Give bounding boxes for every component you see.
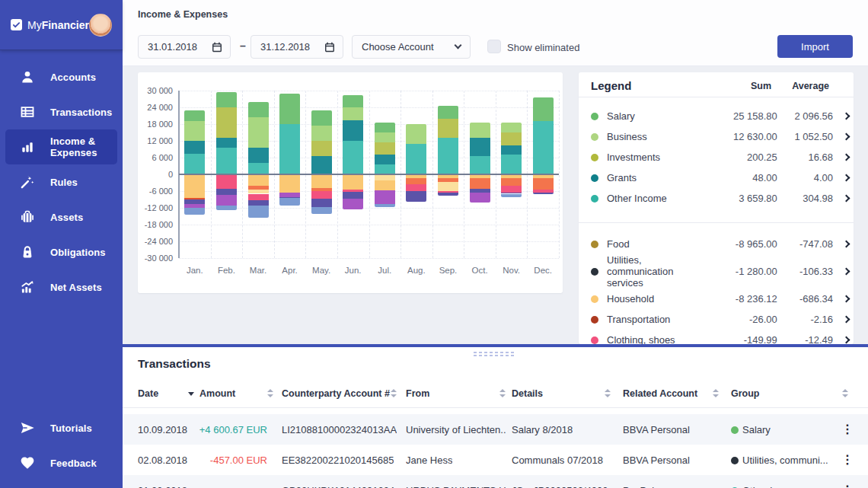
- bar-segment-darkteal[interactable]: [343, 120, 363, 142]
- chevron-right-icon[interactable]: [843, 268, 850, 276]
- bar-segment-darkteal[interactable]: [311, 156, 332, 174]
- panel-splitter[interactable]: [123, 344, 868, 347]
- show-eliminated-checkbox[interactable]: [487, 40, 501, 53]
- bar-segment-purple[interactable]: [470, 193, 490, 203]
- bar-segment-clothing[interactable]: [311, 191, 332, 199]
- bar-segment-green[interactable]: [248, 102, 269, 117]
- bar-segment-darkteal[interactable]: [501, 145, 522, 155]
- bar-segment-blue[interactable]: [311, 207, 332, 213]
- bar-segment-lightgreen[interactable]: [343, 107, 363, 120]
- bar-segment-teal[interactable]: [533, 121, 554, 174]
- bar-segment-olive[interactable]: [375, 142, 395, 155]
- bar-segment-household[interactable]: [343, 175, 363, 190]
- bar-segment-teal[interactable]: [216, 148, 237, 174]
- bar-segment-lightgreen[interactable]: [248, 117, 269, 148]
- bar-segment-lightgreen[interactable]: [184, 121, 205, 141]
- bar-segment-green[interactable]: [311, 110, 332, 126]
- row-menu-icon[interactable]: ⋮: [841, 422, 854, 436]
- app-logo[interactable]: MyFinancier: [11, 19, 89, 31]
- bar-segment-household[interactable]: [184, 175, 205, 198]
- bar-segment-green[interactable]: [343, 95, 363, 108]
- bar-segment-green[interactable]: [184, 110, 205, 122]
- legend-row-food[interactable]: Food-8 965.00-747.08: [579, 234, 854, 254]
- bar-segment-clothing[interactable]: [248, 194, 269, 200]
- bar-segment-teal[interactable]: [279, 124, 300, 174]
- account-select[interactable]: Choose Account: [352, 35, 471, 59]
- bar-segment-green[interactable]: [279, 94, 300, 124]
- transaction-row[interactable]: 31.03.2018GB33UKPK10144091234HRBUS PAYME…: [123, 475, 868, 488]
- sidebar-item-transactions[interactable]: Transactions: [5, 94, 117, 129]
- bar-segment-clothing[interactable]: [216, 175, 237, 189]
- legend-row-household[interactable]: Household-8 236.12-686.34: [579, 289, 854, 309]
- sort-icon-date[interactable]: [187, 388, 195, 399]
- bar-segment-darkteal[interactable]: [216, 138, 237, 148]
- bar-segment-lightgreen[interactable]: [311, 126, 332, 141]
- bar-segment-blue[interactable]: [216, 206, 237, 210]
- bar-segment-blue[interactable]: [279, 198, 300, 205]
- column-header-amount[interactable]: Amount: [199, 388, 235, 399]
- bar-segment-orange[interactable]: [406, 178, 426, 184]
- legend-row-other-income[interactable]: Other Income3 659.80304.98: [579, 188, 854, 209]
- bar-segment-orange[interactable]: [533, 178, 554, 190]
- column-header-from[interactable]: From: [406, 388, 429, 399]
- bar-segment-orange[interactable]: [470, 178, 490, 188]
- bar-segment-cream[interactable]: [375, 175, 395, 180]
- sidebar-item-assets[interactable]: Assets: [5, 199, 117, 234]
- bar-segment-olive[interactable]: [311, 141, 332, 156]
- bar-segment-lightgreen[interactable]: [406, 124, 426, 144]
- sidebar-item-accounts[interactable]: Accounts: [5, 59, 117, 94]
- chevron-right-icon[interactable]: [843, 174, 850, 182]
- bar-segment-violet[interactable]: [343, 192, 363, 199]
- bar-segment-lightgreen[interactable]: [375, 132, 395, 142]
- sidebar-item-tutorials[interactable]: Tutorials: [5, 410, 117, 445]
- bar-segment-lightgreen[interactable]: [470, 123, 490, 138]
- legend-row-grants[interactable]: Grants48.004.00: [579, 167, 854, 188]
- bar-segment-green[interactable]: [216, 92, 237, 107]
- row-menu-icon[interactable]: ⋮: [841, 483, 854, 488]
- sidebar-item-net-assets[interactable]: Net Assets: [5, 270, 117, 305]
- bar-segment-teal[interactable]: [501, 155, 522, 174]
- bar-segment-teal[interactable]: [184, 154, 205, 175]
- transaction-row[interactable]: 02.08.2018-457.00 EUREE38220022102014568…: [123, 445, 868, 475]
- legend-row-investments[interactable]: Investments200.2516.68: [579, 147, 854, 167]
- bar-segment-blue[interactable]: [184, 208, 205, 215]
- bar-segment-purple[interactable]: [216, 195, 237, 206]
- bar-segment-darkteal[interactable]: [470, 138, 490, 156]
- legend-row-utilities-communication-services[interactable]: Utilities, communication services-1 280.…: [579, 254, 854, 289]
- chevron-right-icon[interactable]: [843, 113, 850, 120]
- legend-row-business[interactable]: Business12 630.001 052.50: [579, 126, 854, 147]
- column-header-details[interactable]: Details: [512, 388, 543, 399]
- bar-segment-darkteal[interactable]: [375, 155, 395, 164]
- bar-segment-household[interactable]: [311, 175, 332, 188]
- bar-segment-violet[interactable]: [533, 193, 554, 194]
- bar-segment-purple[interactable]: [375, 190, 395, 204]
- date-to-input[interactable]: 31.12.2018: [251, 35, 343, 59]
- bar-segment-green[interactable]: [438, 106, 458, 119]
- bar-segment-blue[interactable]: [375, 204, 395, 207]
- chevron-right-icon[interactable]: [843, 154, 850, 161]
- legend-row-transportation[interactable]: Transportation-26.00-2.16: [579, 309, 854, 330]
- sort-icon-from[interactable]: [499, 388, 506, 399]
- bar-segment-purple[interactable]: [343, 199, 363, 209]
- chevron-right-icon[interactable]: [843, 195, 850, 203]
- bar-segment-olive[interactable]: [501, 132, 522, 145]
- chevron-right-icon[interactable]: [843, 133, 850, 141]
- sidebar-item-rules[interactable]: Rules: [5, 164, 117, 199]
- bar-segment-violet[interactable]: [248, 200, 269, 206]
- column-header-date[interactable]: Date: [138, 388, 158, 399]
- sidebar-item-feedback[interactable]: Feedback: [5, 445, 117, 480]
- bar-segment-olive[interactable]: [438, 119, 458, 139]
- sort-icon-counterparty-account[interactable]: [390, 388, 397, 399]
- bar-segment-household[interactable]: [375, 180, 395, 190]
- bar-segment-teal[interactable]: [406, 144, 426, 174]
- row-menu-icon[interactable]: ⋮: [841, 452, 854, 467]
- sidebar-item-income-expenses[interactable]: Income & Expenses: [5, 129, 117, 164]
- bar-segment-violet[interactable]: [406, 191, 426, 202]
- bar-segment-blue[interactable]: [248, 206, 269, 218]
- legend-row-salary[interactable]: Salary25 158.802 096.56: [579, 106, 854, 126]
- column-header-counterparty-account[interactable]: Counterparty Account #: [282, 388, 390, 399]
- sort-icon-related-account[interactable]: [712, 388, 720, 399]
- bar-segment-clothing[interactable]: [501, 186, 522, 193]
- chevron-right-icon[interactable]: [843, 241, 850, 248]
- legend-row-clothing-shoes[interactable]: Clothing, shoes-149.99-12.49: [579, 330, 854, 344]
